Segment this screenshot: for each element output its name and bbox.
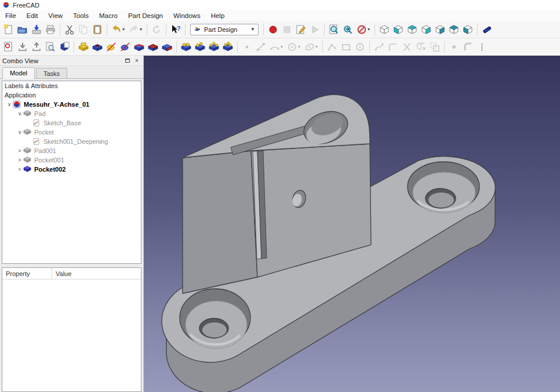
polar-pattern-icon[interactable]	[207, 40, 221, 54]
sketch-trim-icon[interactable]	[400, 40, 414, 54]
sketch-line-icon[interactable]	[254, 40, 268, 54]
tree-item-pad001[interactable]: > Pad001	[2, 146, 141, 155]
sketch-polygon-icon[interactable]	[353, 40, 367, 54]
paste-icon[interactable]	[90, 23, 104, 37]
menu-file[interactable]: File	[0, 11, 21, 20]
property-editor[interactable]: Property Value	[2, 267, 141, 392]
pad-icon[interactable]	[77, 40, 90, 54]
map-sketch-icon[interactable]	[57, 40, 71, 54]
tree-item-pocket001[interactable]: > Pocket001	[2, 155, 141, 165]
menu-view[interactable]: View	[43, 11, 68, 20]
groove-icon[interactable]	[118, 40, 132, 54]
expander-icon[interactable]: >	[16, 148, 23, 154]
sketch-arc-icon[interactable]	[268, 40, 282, 54]
sketch-arc-dropdown-icon[interactable]: ▾	[281, 44, 285, 49]
sketch-conic-dropdown-icon[interactable]: ▾	[315, 44, 320, 49]
workbench-selector[interactable]: Part Design ▼	[190, 24, 259, 35]
draw-style-dropdown-icon[interactable]: ▾	[368, 27, 372, 32]
sketch-conic-icon[interactable]	[303, 40, 317, 54]
3d-viewport[interactable]	[144, 56, 560, 392]
sketch-polyline-icon[interactable]	[325, 40, 339, 54]
fit-all-icon[interactable]	[327, 23, 341, 37]
edit-macro-icon[interactable]	[294, 23, 308, 37]
undo-icon[interactable]	[110, 23, 123, 37]
view-front-icon[interactable]	[391, 23, 405, 37]
record-macro-icon[interactable]	[266, 23, 280, 37]
constraint-arc-icon[interactable]	[461, 40, 475, 54]
refresh-icon[interactable]	[150, 23, 163, 37]
view-isometric-icon[interactable]	[377, 23, 391, 37]
edit-sketch-icon[interactable]	[16, 40, 30, 54]
svg-text:?: ?	[177, 25, 181, 32]
expander-icon[interactable]: >	[16, 157, 23, 163]
tree-item-sketch-deepening[interactable]: Sketch001_Deepening	[2, 137, 141, 146]
open-folder-icon[interactable]	[16, 23, 30, 37]
sketch-external-icon[interactable]	[414, 40, 428, 54]
menu-tools[interactable]: Tools	[68, 11, 94, 20]
view-bottom-icon[interactable]	[447, 23, 461, 37]
redo-icon[interactable]	[127, 23, 141, 37]
constraint-coincident-icon[interactable]	[447, 40, 461, 54]
tab-tasks[interactable]: Tasks	[36, 68, 67, 78]
fit-selection-icon[interactable]	[341, 23, 355, 37]
multitransform-icon[interactable]	[221, 40, 235, 54]
new-file-icon[interactable]	[2, 23, 16, 37]
view-sketch-icon[interactable]	[43, 40, 57, 54]
play-macro-icon[interactable]	[308, 23, 322, 37]
view-rear-icon[interactable]	[433, 23, 447, 37]
chamfer-icon[interactable]	[146, 40, 160, 54]
sketch-circle-dropdown-icon[interactable]: ▾	[298, 44, 303, 49]
leave-sketch-icon[interactable]	[30, 40, 43, 54]
part-design-workbench-icon	[194, 26, 202, 34]
combo-view-titlebar[interactable]: Combo View ×	[0, 56, 143, 66]
sketch-fillet-icon[interactable]	[386, 40, 400, 54]
constraint-vertical-icon[interactable]	[475, 40, 489, 54]
draw-style-icon[interactable]	[355, 23, 369, 37]
fillet-icon[interactable]	[132, 40, 146, 54]
expander-icon[interactable]: >	[16, 166, 23, 172]
undo-dropdown-icon[interactable]: ▾	[122, 27, 127, 32]
copy-icon[interactable]	[77, 23, 90, 37]
expander-icon[interactable]: ∨	[16, 129, 23, 135]
sketch-rectangle-icon[interactable]	[339, 40, 353, 54]
expander-icon[interactable]: ∨	[6, 101, 13, 107]
tree-item-sketch-base[interactable]: Sketch_Base	[2, 118, 141, 128]
menu-part-design[interactable]: Part Design	[123, 11, 168, 20]
expander-icon[interactable]: ∨	[16, 111, 23, 117]
sketch-icon	[32, 137, 41, 146]
save-icon[interactable]	[30, 23, 43, 37]
tree-root-application[interactable]: Application	[2, 90, 141, 100]
print-icon[interactable]	[43, 23, 57, 37]
mirrored-icon[interactable]	[179, 40, 193, 54]
view-right-icon[interactable]	[419, 23, 433, 37]
close-icon[interactable]: ×	[133, 57, 141, 64]
new-sketch-icon[interactable]	[2, 40, 16, 54]
cad-part-messuhr	[144, 56, 560, 392]
tree-item-document[interactable]: ∨ Messuhr_Y-Achse_01	[2, 100, 141, 109]
pocket-icon[interactable]	[90, 40, 104, 54]
view-left-icon[interactable]	[461, 23, 475, 37]
tab-model[interactable]: Model	[2, 67, 35, 79]
tree-item-pocket002[interactable]: > Pocket002	[2, 165, 141, 174]
sketch-point-icon[interactable]	[240, 40, 254, 54]
view-top-icon[interactable]	[405, 23, 419, 37]
tree-item-pocket[interactable]: ∨ Pocket	[2, 128, 141, 137]
sketch-carboncopy-icon[interactable]	[428, 40, 442, 54]
cut-icon[interactable]	[63, 23, 77, 37]
sketch-bspline-icon[interactable]	[372, 40, 386, 54]
revolution-icon[interactable]	[104, 40, 118, 54]
menu-help[interactable]: Help	[206, 11, 230, 20]
stop-macro-icon[interactable]	[280, 23, 294, 37]
measure-icon[interactable]	[480, 23, 494, 37]
freecad-logo-icon	[2, 1, 10, 9]
tree-item-pad[interactable]: ∨ Pad	[2, 109, 141, 118]
menu-macro[interactable]: Macro	[94, 11, 123, 20]
menu-edit[interactable]: Edit	[21, 11, 43, 20]
model-tree[interactable]: Labels & Attributes Application ∨ Messuh…	[2, 81, 141, 264]
linear-pattern-icon[interactable]	[193, 40, 207, 54]
whats-this-icon[interactable]: ?	[169, 23, 183, 37]
sketch-circle-icon[interactable]	[285, 40, 299, 54]
draft-icon[interactable]	[160, 40, 174, 54]
menu-windows[interactable]: Windows	[168, 11, 206, 20]
dock-icon[interactable]	[123, 57, 132, 64]
